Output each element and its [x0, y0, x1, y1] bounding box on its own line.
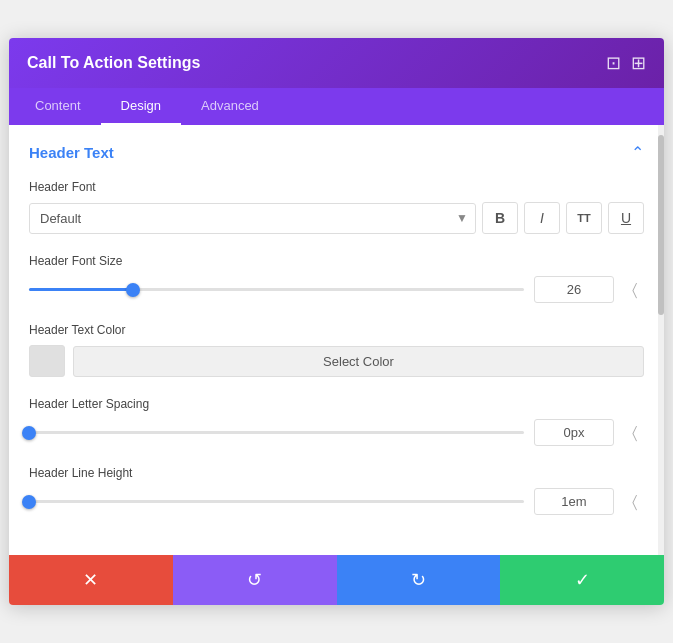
- font-size-slider-container: [29, 281, 524, 299]
- section-header: Header Text ⌃: [29, 143, 644, 162]
- header-font-row: Header Font Default ▼ B I TT U: [29, 180, 644, 234]
- section-title: Header Text: [29, 144, 114, 161]
- header-text-color-row: Header Text Color Select Color: [29, 323, 644, 377]
- font-size-track: [29, 288, 524, 291]
- font-size-thumb[interactable]: [126, 283, 140, 297]
- layout-icon[interactable]: ⊞: [631, 52, 646, 74]
- confirm-button[interactable]: ✓: [500, 555, 664, 605]
- header-icons: ⊡ ⊞: [606, 52, 646, 74]
- panel-footer: ✕ ↺ ↻ ✓: [9, 555, 664, 605]
- cancel-button[interactable]: ✕: [9, 555, 173, 605]
- header-line-height-label: Header Line Height: [29, 466, 644, 480]
- letter-spacing-track: [29, 431, 524, 434]
- scrollbar-thumb[interactable]: [658, 135, 664, 315]
- line-height-input[interactable]: [534, 488, 614, 515]
- tab-design[interactable]: Design: [101, 88, 181, 125]
- tab-content[interactable]: Content: [15, 88, 101, 125]
- header-line-height-row: Header Line Height 〈: [29, 466, 644, 515]
- bold-button[interactable]: B: [482, 202, 518, 234]
- panel-title: Call To Action Settings: [27, 54, 200, 72]
- underline-button[interactable]: U: [608, 202, 644, 234]
- letter-spacing-responsive-icon[interactable]: 〈: [624, 424, 644, 442]
- font-size-fill: [29, 288, 133, 291]
- font-size-input[interactable]: [534, 276, 614, 303]
- scrollbar-track: [658, 125, 664, 555]
- letter-spacing-thumb[interactable]: [22, 426, 36, 440]
- letter-spacing-slider-row: 〈: [29, 419, 644, 446]
- collapse-icon[interactable]: ⌃: [631, 143, 644, 162]
- header-font-label: Header Font: [29, 180, 644, 194]
- expand-icon[interactable]: ⊡: [606, 52, 621, 74]
- color-row: Select Color: [29, 345, 644, 377]
- font-size-responsive-icon[interactable]: 〈: [624, 281, 644, 299]
- color-swatch[interactable]: [29, 345, 65, 377]
- header-text-color-label: Header Text Color: [29, 323, 644, 337]
- header-font-size-row: Header Font Size 〈: [29, 254, 644, 303]
- panel-content: Header Text ⌃ Header Font Default ▼ B I …: [9, 125, 664, 555]
- letter-spacing-slider-container: [29, 424, 524, 442]
- line-height-responsive-icon[interactable]: 〈: [624, 493, 644, 511]
- line-height-thumb[interactable]: [22, 495, 36, 509]
- header-letter-spacing-row: Header Letter Spacing 〈: [29, 397, 644, 446]
- tab-advanced[interactable]: Advanced: [181, 88, 279, 125]
- line-height-slider-container: [29, 493, 524, 511]
- line-height-slider-row: 〈: [29, 488, 644, 515]
- header-letter-spacing-label: Header Letter Spacing: [29, 397, 644, 411]
- tabs-bar: Content Design Advanced: [9, 88, 664, 125]
- font-select[interactable]: Default: [29, 203, 476, 234]
- font-controls: Default ▼ B I TT U: [29, 202, 644, 234]
- letter-spacing-input[interactable]: [534, 419, 614, 446]
- line-height-track: [29, 500, 524, 503]
- header-font-size-label: Header Font Size: [29, 254, 644, 268]
- redo-button[interactable]: ↻: [337, 555, 501, 605]
- panel: Call To Action Settings ⊡ ⊞ Content Desi…: [9, 38, 664, 605]
- undo-button[interactable]: ↺: [173, 555, 337, 605]
- tt-button[interactable]: TT: [566, 202, 602, 234]
- select-color-button[interactable]: Select Color: [73, 346, 644, 377]
- font-select-wrapper: Default ▼: [29, 203, 476, 234]
- font-size-slider-row: 〈: [29, 276, 644, 303]
- panel-header: Call To Action Settings ⊡ ⊞: [9, 38, 664, 88]
- italic-button[interactable]: I: [524, 202, 560, 234]
